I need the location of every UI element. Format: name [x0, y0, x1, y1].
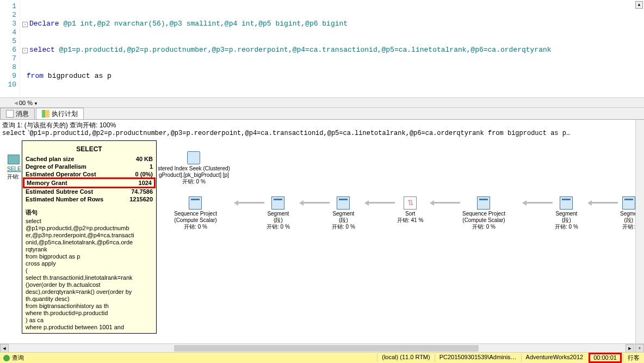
- plan-operator[interactable]: Sequence Project(Compute Scalar)开销: 0 %: [462, 196, 505, 230]
- fold-icon[interactable]: -: [22, 22, 28, 27]
- operator-seek-icon: [187, 151, 200, 164]
- scroll-left-icon[interactable]: ◄: [0, 344, 9, 353]
- tooltip-property-row: Estimated Subtree Cost74.7586: [24, 188, 154, 195]
- status-rows: 行客: [623, 354, 644, 362]
- operator-table-icon: [189, 196, 202, 210]
- scroll-plus-icon[interactable]: +: [635, 344, 644, 353]
- plan-operator[interactable]: Segment(段)开销: 0 %: [555, 196, 578, 230]
- status-elapsed-time: 00:00:01: [589, 353, 622, 363]
- operator-table-icon: [477, 196, 490, 210]
- tooltip-property-row: Estimated Operator Cost0 (0%): [24, 170, 154, 178]
- select-operator-label: SELE: [5, 165, 23, 173]
- plan-arrow-icon: [234, 200, 264, 206]
- plan-arrow-icon: [299, 200, 330, 206]
- operator-label: Sequence Project: [174, 211, 217, 217]
- plan-operator[interactable]: stered Index Seek (Clustered)gProduct].[…: [158, 151, 230, 185]
- operator-label: Sequence Project: [462, 211, 505, 217]
- operator-tooltip: SELECT Cached plan size40 KBDegree of Pa…: [22, 140, 157, 334]
- status-query-label: 查询: [12, 354, 24, 362]
- plan-operator[interactable]: Segment(段)开销: 0 %: [267, 196, 290, 230]
- plan-operator[interactable]: Sort开销: 41 %: [397, 196, 423, 224]
- operator-cost: 开销: 0 %: [555, 224, 578, 230]
- operator-cost: 开销: 41 %: [397, 217, 423, 224]
- status-success-icon: [3, 355, 10, 361]
- operator-cost: 开销:: [620, 224, 635, 230]
- select-operator-icon[interactable]: [8, 155, 20, 164]
- operator-cost: 开销: 0 %: [332, 224, 355, 230]
- operator-cost: 开销: 0 %: [174, 224, 217, 230]
- operator-sort-icon: [404, 196, 417, 210]
- tooltip-property-row: Degree of Parallelism1: [24, 163, 154, 170]
- tab-messages[interactable]: 消息: [0, 108, 35, 119]
- operator-label: stered Index Seek (Clustered): [158, 165, 230, 172]
- operator-sublabel: (Compute Scalar): [174, 217, 217, 224]
- query-cost-header: 查询 1: (与该批有关的) 查询开销: 100%: [0, 120, 644, 130]
- line-gutter: 12345678910: [0, 0, 20, 97]
- tooltip-property-row: Estimated Number of Rows1215620: [24, 195, 154, 203]
- fold-icon[interactable]: -: [22, 48, 28, 53]
- execution-plan-icon: [42, 110, 49, 118]
- code-body[interactable]: -Declare @p1 int,@p2 nvarchar(56),@p3 sm…: [20, 0, 644, 97]
- operator-table-icon: [622, 196, 635, 210]
- sql-editor[interactable]: 12345678910 -Declare @p1 int,@p2 nvarcha…: [0, 0, 644, 98]
- operator-label: Segment: [267, 211, 290, 217]
- plan-operator[interactable]: Sequence Project(Compute Scalar)开销: 0 %: [174, 196, 217, 230]
- operator-sublabel: (段): [555, 217, 578, 224]
- operator-sublabel: (段): [332, 217, 355, 224]
- plan-operator[interactable]: Segme(段)开销:: [620, 196, 635, 230]
- query-statement-text: select @p1=p.productid,@p2=p.productnumb…: [0, 130, 635, 138]
- operator-label: Segme: [620, 211, 635, 217]
- plan-arrow-icon: [430, 200, 460, 206]
- operator-sublabel: (段): [267, 217, 290, 224]
- operator-cost: 开销: 0 %: [158, 179, 230, 185]
- operator-table-icon: [337, 196, 350, 210]
- scroll-up-icon[interactable]: ▲: [635, 1, 643, 9]
- operator-cost: 开销: 0 %: [462, 224, 505, 230]
- tooltip-property-row: Memory Grant1024: [26, 179, 153, 187]
- operator-sublabel: (Compute Scalar): [462, 217, 505, 224]
- scroll-right-icon[interactable]: ►: [626, 344, 634, 353]
- tooltip-property-row: Cached plan size40 KB: [24, 155, 154, 163]
- status-user: PC201509301539\Adminis…: [435, 354, 521, 362]
- scrollbar-thumb[interactable]: [174, 345, 479, 352]
- status-connection: (local) (11.0 RTM): [377, 354, 434, 362]
- operator-label: Segment: [555, 211, 578, 217]
- horizontal-scrollbar[interactable]: ◄ ► +: [0, 343, 644, 352]
- plan-arrow-icon: [364, 200, 395, 206]
- operator-label: Segment: [332, 211, 355, 217]
- messages-icon: [6, 110, 14, 118]
- tooltip-title: SELECT: [24, 143, 154, 155]
- plan-arrow-icon: [522, 200, 553, 206]
- status-database: AdventureWorks2012: [521, 354, 588, 362]
- operator-label: Sort: [397, 211, 423, 217]
- tooltip-statement-label: 语句: [24, 207, 154, 218]
- results-tabs: 消息 执行计划: [0, 108, 644, 120]
- operator-cost: 开销: 0 %: [267, 224, 290, 230]
- plan-operator[interactable]: Segment(段)开销: 0 %: [332, 196, 355, 230]
- tab-execution-plan[interactable]: 执行计划: [36, 108, 84, 119]
- operator-table-icon: [560, 196, 573, 210]
- operator-table-icon: [271, 196, 284, 210]
- plan-arrow-icon: [587, 200, 618, 206]
- chevron-down-icon: ▼: [34, 101, 38, 106]
- operator-sublabel: (段): [620, 217, 635, 224]
- operator-sublabel: gProduct].[pk_bigProduct] [p]: [158, 172, 230, 179]
- tooltip-statement-body: select@p1=p.productid,@p2=p.productnumbe…: [24, 218, 154, 331]
- status-bar: 查询 (local) (11.0 RTM) PC201509301539\Adm…: [0, 352, 644, 363]
- vertical-scrollbar[interactable]: [635, 120, 644, 343]
- zoom-indicator[interactable]: 00 %▼◄: [0, 98, 644, 108]
